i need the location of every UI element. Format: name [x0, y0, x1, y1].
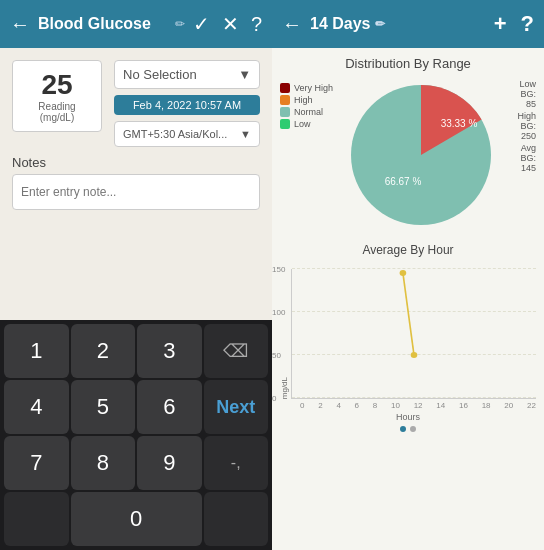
- x-tick-4: 4: [336, 401, 340, 410]
- page-title: Blood Glucose: [38, 15, 167, 33]
- pie-chart-title: Distribution By Range: [280, 56, 536, 71]
- line-chart-svg: [292, 269, 536, 398]
- notes-section: Notes: [12, 155, 260, 210]
- key-backspace[interactable]: ⌫: [204, 324, 269, 378]
- legend-label-normal: Normal: [294, 107, 323, 117]
- legend-item-low: Low: [280, 119, 333, 129]
- date-badge[interactable]: Feb 4, 2022 10:57 AM: [114, 95, 260, 115]
- stat-high: High BG: 250: [509, 111, 536, 141]
- dot-2[interactable]: [410, 426, 416, 432]
- key-9[interactable]: 9: [137, 436, 202, 490]
- grid-label-0: 0: [272, 394, 276, 403]
- legend-dot-low: [280, 119, 290, 129]
- key-7[interactable]: 7: [4, 436, 69, 490]
- x-tick-18: 18: [482, 401, 491, 410]
- x-tick-2: 2: [318, 401, 322, 410]
- legend-dot-high: [280, 95, 290, 105]
- right-plus-icon[interactable]: +: [494, 11, 507, 37]
- reading-label: Reading (mg/dL): [25, 101, 89, 123]
- check-icon[interactable]: ✓: [193, 12, 210, 36]
- grid-label-150: 150: [272, 265, 285, 274]
- stat-avg: Avg BG: 145: [509, 143, 536, 173]
- key-1[interactable]: 1: [4, 324, 69, 378]
- timezone-field[interactable]: GMT+5:30 Asia/Kol... ▼: [114, 121, 260, 147]
- period-title-text: 14 Days: [310, 15, 371, 33]
- pie-label-red: 33.33 %: [441, 118, 478, 129]
- y-axis-label: mg/dL: [280, 377, 289, 399]
- x-tick-10: 10: [391, 401, 400, 410]
- timezone-arrow: ▼: [240, 128, 251, 140]
- help-icon[interactable]: ?: [251, 13, 262, 36]
- svg-point-1: [400, 270, 407, 276]
- right-back-icon[interactable]: ←: [282, 13, 302, 36]
- key-0[interactable]: 0: [71, 492, 202, 546]
- stat-low: Low BG: 85: [509, 79, 536, 109]
- legend-label-low: Low: [294, 119, 311, 129]
- key-6[interactable]: 6: [137, 380, 202, 434]
- key-empty-right: [204, 492, 269, 546]
- legend-dot-normal: [280, 107, 290, 117]
- notes-label: Notes: [12, 155, 260, 170]
- top-row: 25 Reading (mg/dL) No Selection ▼ Feb 4,…: [12, 60, 260, 147]
- edit-icon[interactable]: ✏: [175, 17, 185, 31]
- key-empty-left: [4, 492, 69, 546]
- close-icon[interactable]: ✕: [222, 12, 239, 36]
- svg-point-2: [411, 352, 418, 358]
- dot-1[interactable]: [400, 426, 406, 432]
- x-axis-title: Hours: [280, 412, 536, 422]
- period-title: 14 Days ✏: [310, 15, 486, 33]
- x-tick-0: 0: [300, 401, 304, 410]
- key-4[interactable]: 4: [4, 380, 69, 434]
- pie-section: Very High High Normal Low: [280, 75, 536, 235]
- left-panel: ← Blood Glucose ✏ ✓ ✕ ? 25 Reading (mg/d…: [0, 0, 272, 550]
- pie-stats: Low BG: 85 High BG: 250 Avg BG: 145: [509, 75, 536, 175]
- legend-item-very-high: Very High: [280, 83, 333, 93]
- legend-label-very-high: Very High: [294, 83, 333, 93]
- next-button[interactable]: Next: [204, 380, 269, 434]
- x-tick-14: 14: [436, 401, 445, 410]
- right-help-icon[interactable]: ?: [521, 11, 534, 37]
- pie-legend: Very High High Normal Low: [280, 75, 333, 129]
- bar-chart-wrapper: mg/dL 150 100 50 0: [280, 259, 536, 399]
- key-5[interactable]: 5: [71, 380, 136, 434]
- legend-dot-very-high: [280, 83, 290, 93]
- avg-section: Average By Hour mg/dL 150 100 50 0: [280, 243, 536, 422]
- back-icon[interactable]: ←: [10, 13, 30, 36]
- pie-chart: 33.33 % 66.67 %: [341, 75, 501, 235]
- reading-value: 25: [25, 69, 89, 101]
- x-tick-6: 6: [355, 401, 359, 410]
- grid-label-100: 100: [272, 308, 285, 317]
- right-header-actions: + ?: [494, 11, 534, 37]
- period-edit-icon[interactable]: ✏: [375, 17, 385, 31]
- selection-arrow: ▼: [238, 67, 251, 82]
- timezone-text: GMT+5:30 Asia/Kol...: [123, 128, 227, 140]
- avg-chart-title: Average By Hour: [280, 243, 536, 257]
- left-content: 25 Reading (mg/dL) No Selection ▼ Feb 4,…: [0, 48, 272, 320]
- x-tick-12: 12: [414, 401, 423, 410]
- x-tick-8: 8: [373, 401, 377, 410]
- key-decimal[interactable]: -,: [204, 436, 269, 490]
- x-tick-22: 22: [527, 401, 536, 410]
- key-3[interactable]: 3: [137, 324, 202, 378]
- right-fields: No Selection ▼ Feb 4, 2022 10:57 AM GMT+…: [114, 60, 260, 147]
- x-tick-20: 20: [504, 401, 513, 410]
- left-header: ← Blood Glucose ✏ ✓ ✕ ?: [0, 0, 272, 48]
- notes-input[interactable]: [12, 174, 260, 210]
- x-tick-16: 16: [459, 401, 468, 410]
- bottom-dots: [280, 422, 536, 436]
- key-2[interactable]: 2: [71, 324, 136, 378]
- grid-label-50: 50: [272, 351, 281, 360]
- reading-box[interactable]: 25 Reading (mg/dL): [12, 60, 102, 132]
- selection-dropdown[interactable]: No Selection ▼: [114, 60, 260, 89]
- legend-label-high: High: [294, 95, 313, 105]
- right-panel: ← 14 Days ✏ + ? Distribution By Range Ve…: [272, 0, 544, 550]
- header-actions: ✓ ✕ ?: [193, 12, 262, 36]
- right-header: ← 14 Days ✏ + ?: [272, 0, 544, 48]
- selection-label: No Selection: [123, 67, 197, 82]
- right-content: Distribution By Range Very High High Nor…: [272, 48, 544, 550]
- keypad: 1 2 3 ⌫ 4 5 6 Next 7 8 9 -, 0: [0, 320, 272, 550]
- legend-item-high: High: [280, 95, 333, 105]
- key-8[interactable]: 8: [71, 436, 136, 490]
- x-axis: 0 2 4 6 8 10 12 14 16 18 20 22: [280, 399, 536, 410]
- legend-item-normal: Normal: [280, 107, 333, 117]
